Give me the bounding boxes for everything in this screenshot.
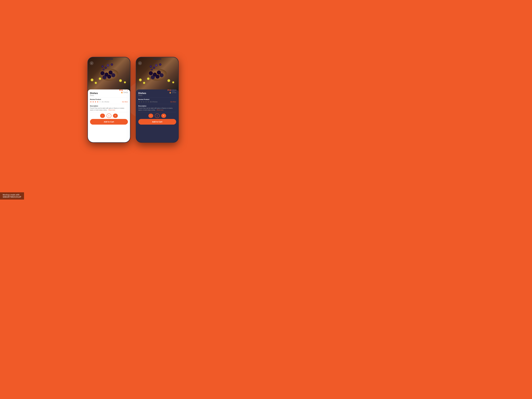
star2-light: ★: [92, 101, 94, 103]
add-to-cart-button-light[interactable]: Add to Cart: [90, 119, 128, 125]
phone-dark: ‹ ♡ Dishes Dishes Rs. 15: [136, 57, 179, 143]
add-to-cart-button-dark[interactable]: Add to Cart: [138, 119, 176, 125]
star2-dark: ★: [141, 101, 142, 103]
phone-light: ‹ ♡ Dishes Dishes Rs. 15: [88, 57, 130, 143]
description-text-dark: French Fries can be eaten with spicy or …: [138, 107, 176, 111]
see-more-dark[interactable]: See More: [170, 101, 176, 103]
star5-dark: ★: [147, 101, 149, 103]
kcal-light: 🔥 12 Kcal: [121, 92, 128, 94]
quantity-value-dark: 1: [155, 114, 160, 118]
divider2-dark: [138, 104, 176, 104]
show-more-light[interactable]: Show more: [108, 109, 115, 111]
star1-light: ★: [90, 101, 92, 103]
watermark: Mockup made with SMARTMOCKUP: [0, 192, 24, 200]
minus-button-dark[interactable]: -: [148, 114, 153, 118]
review-count-light: (4) 1 Review: [102, 101, 109, 103]
watermark-line2: SMARTMOCKUP: [3, 196, 21, 198]
kcal-dark: 🔥 12 Kcal: [169, 92, 176, 94]
star3-light: ★: [95, 101, 96, 103]
content-card-dark: ♡ Dishes Dishes Rs. 15 🔥 12 Kcal: [136, 89, 178, 142]
description-label-light: Description: [90, 105, 128, 107]
food-image-light: ‹: [88, 57, 130, 92]
content-card-light: ♡ Dishes Dishes Rs. 15 🔥 12 Kcal: [88, 89, 130, 142]
description-label-dark: Description: [138, 105, 176, 107]
minus-button-light[interactable]: -: [100, 114, 105, 118]
show-more-dark[interactable]: Show more: [157, 109, 164, 111]
description-text-light: French Fries can be eaten with spicy or …: [90, 107, 128, 111]
flame-icon-light: 🔥: [121, 92, 123, 94]
quantity-row-light: - 1 +: [90, 114, 128, 118]
dish-title-dark: Dishes: [138, 92, 146, 95]
see-more-light[interactable]: See More: [122, 101, 128, 103]
stars-row-dark: ★ ★ ★ ★ ★ (0) 0 Review See More: [138, 101, 176, 103]
review-label-light: Review Product: [90, 99, 128, 100]
plus-button-light[interactable]: +: [113, 114, 118, 118]
dish-subtitle-light: Dishes: [90, 95, 98, 96]
star4-dark: ★: [145, 101, 147, 103]
review-label-dark: Review Product: [138, 99, 176, 100]
divider3-light: [90, 112, 128, 112]
quantity-value-light: 1: [107, 114, 111, 118]
star5-light: ★: [99, 101, 101, 103]
back-button-light[interactable]: ‹: [90, 61, 94, 65]
divider3-dark: [138, 112, 176, 112]
back-button-dark[interactable]: ‹: [138, 61, 142, 65]
dish-title-light: Dishes: [90, 92, 98, 95]
dish-subtitle-dark: Dishes: [138, 95, 146, 96]
star4-light: ★: [97, 101, 99, 103]
stars-row-light: ★ ★ ★ ★ ★ (4) 1 Review See More: [90, 101, 128, 103]
quantity-row-dark: - 1 +: [138, 114, 176, 118]
food-image-dark: ‹: [136, 57, 178, 92]
review-count-dark: (0) 0 Review: [150, 101, 158, 103]
divider1-dark: [138, 97, 176, 98]
divider1-light: [90, 97, 128, 98]
star1-dark: ★: [138, 101, 140, 103]
star3-dark: ★: [143, 101, 145, 103]
flame-icon-dark: 🔥: [169, 92, 171, 94]
phones-container: ‹ ♡ Dishes Dishes Rs. 15: [88, 57, 179, 143]
plus-button-dark[interactable]: +: [161, 114, 166, 118]
watermark-line1: Mockup made with: [3, 194, 21, 196]
divider2-light: [90, 104, 128, 104]
